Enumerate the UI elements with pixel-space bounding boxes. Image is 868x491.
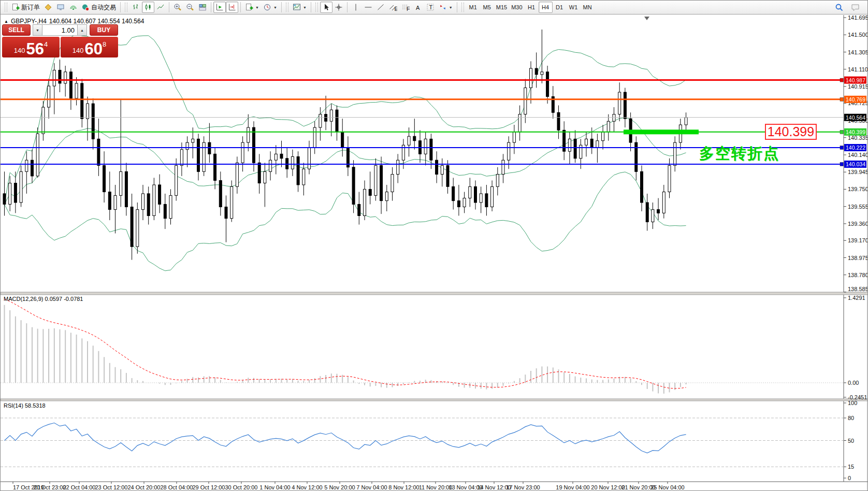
candle bbox=[280, 154, 283, 158]
candle bbox=[557, 112, 560, 130]
label-tool-button[interactable]: T bbox=[424, 2, 437, 13]
auto-scroll-icon bbox=[215, 3, 224, 11]
timeframe-w1-button[interactable]: W1 bbox=[567, 2, 581, 13]
tile-windows-button[interactable] bbox=[196, 2, 209, 13]
price-tick-label: 141.695 bbox=[848, 15, 868, 21]
candle bbox=[64, 72, 67, 83]
chart-shift-button[interactable] bbox=[226, 2, 238, 13]
candle bbox=[568, 139, 571, 151]
price-tick-label: 138.780 bbox=[848, 272, 868, 278]
toolbar-grip[interactable] bbox=[461, 3, 464, 12]
vertical-line-tool-button[interactable] bbox=[350, 2, 362, 13]
new-order-label: 新订单 bbox=[21, 3, 40, 12]
candle bbox=[230, 186, 233, 218]
price-tick-label: 139.945 bbox=[848, 169, 868, 175]
horizontal-line-tool-button[interactable] bbox=[362, 2, 374, 13]
cursor-tool-button[interactable] bbox=[320, 2, 332, 13]
signals-button[interactable] bbox=[67, 2, 79, 13]
time-tick-label: 7 Nov 04:00 bbox=[356, 484, 387, 490]
candle bbox=[535, 68, 538, 75]
trendline-tool-button[interactable] bbox=[374, 2, 387, 13]
auto-trading-icon bbox=[81, 3, 90, 11]
price-tick-label: 138.585 bbox=[848, 286, 868, 292]
tile-windows-icon bbox=[198, 3, 207, 11]
candle bbox=[291, 156, 294, 169]
candlestick-chart-button[interactable] bbox=[142, 2, 154, 13]
indicators-button[interactable]: ▼ bbox=[291, 2, 309, 13]
chat-button[interactable] bbox=[849, 2, 862, 13]
time-tick-label: 5 Nov 20:00 bbox=[324, 484, 355, 490]
candle bbox=[330, 110, 332, 121]
toolbar-grip[interactable] bbox=[286, 3, 288, 12]
timeframe-mn-button[interactable]: MN bbox=[581, 2, 595, 13]
candle bbox=[452, 186, 455, 200]
price-tick-label: 140.140 bbox=[848, 152, 868, 158]
timeframe-d1-button[interactable]: D1 bbox=[553, 2, 567, 13]
candle bbox=[463, 198, 466, 207]
candle bbox=[253, 127, 255, 163]
candle bbox=[186, 142, 189, 150]
buy-button[interactable]: BUY bbox=[90, 24, 118, 36]
candle bbox=[147, 194, 150, 216]
chart-canvas[interactable]: 141.695141.500141.305141.110140.915140.7… bbox=[1, 1, 868, 491]
bar-chart-button[interactable] bbox=[129, 2, 142, 13]
fibonacci-tool-button[interactable]: F bbox=[399, 2, 412, 13]
price-tick-label: 139.170 bbox=[848, 237, 868, 243]
price-tick-label: 139.555 bbox=[848, 204, 868, 210]
candle bbox=[618, 92, 621, 114]
sell-price-whole: 140 bbox=[14, 47, 25, 54]
panel-separator[interactable] bbox=[1, 399, 868, 401]
candle bbox=[524, 88, 527, 114]
candle bbox=[103, 165, 106, 192]
volume-input[interactable] bbox=[42, 24, 77, 36]
auto-trading-button[interactable]: 自动交易 bbox=[79, 2, 118, 13]
timeframe-m30-button[interactable]: M30 bbox=[509, 2, 524, 13]
rsi-tick-label: 100 bbox=[848, 400, 857, 406]
period-button[interactable]: ▼ bbox=[261, 2, 279, 13]
timeframe-h1-button[interactable]: H1 bbox=[525, 2, 539, 13]
collapse-arrow-icon[interactable]: ▲ bbox=[4, 19, 8, 24]
chart-profile-button[interactable] bbox=[42, 2, 54, 13]
price-level-callout[interactable]: 140.399 bbox=[765, 124, 817, 140]
candle bbox=[480, 194, 482, 203]
time-tick-label: 23 Oct 12:00 bbox=[95, 484, 128, 490]
candle bbox=[436, 160, 438, 174]
terminal-button[interactable] bbox=[54, 2, 67, 13]
zoom-out-button[interactable] bbox=[184, 2, 196, 13]
candle bbox=[258, 163, 261, 183]
level-highlight-bar[interactable] bbox=[624, 129, 699, 134]
new-chart-button[interactable]: ▼ bbox=[243, 2, 261, 13]
volume-increase-button[interactable]: ▲ bbox=[77, 24, 87, 36]
candle bbox=[313, 127, 316, 148]
text-tool-button[interactable]: A bbox=[412, 2, 424, 13]
new-order-button[interactable]: 新订单 bbox=[9, 2, 42, 13]
line-chart-button[interactable] bbox=[154, 2, 167, 13]
buy-price-button[interactable]: 140608 bbox=[61, 37, 118, 57]
crosshair-tool-button[interactable] bbox=[332, 2, 345, 13]
candle bbox=[563, 130, 566, 151]
zoom-in-button[interactable] bbox=[171, 2, 184, 13]
toolbar-grip[interactable] bbox=[5, 3, 7, 12]
timeframe-m5-button[interactable]: M5 bbox=[480, 2, 494, 13]
timeframe-m1-button[interactable]: M1 bbox=[466, 2, 480, 13]
search-button[interactable] bbox=[833, 2, 846, 13]
sell-price-button[interactable]: 140564 bbox=[2, 37, 60, 57]
timeframe-h4-button[interactable]: H4 bbox=[539, 2, 553, 13]
sell-button[interactable]: SELL bbox=[2, 24, 31, 36]
timeframe-m15-button[interactable]: M15 bbox=[494, 2, 509, 13]
rsi-tick-label: 50 bbox=[848, 438, 854, 444]
chinese-annotation[interactable]: 多空转折点 bbox=[699, 143, 779, 164]
mt4-window: 新订单 自动交易 ▼ ▼ ▼ E F A T ▼ bbox=[0, 0, 868, 491]
toolbar-grip[interactable] bbox=[125, 3, 127, 12]
candle bbox=[214, 154, 216, 180]
candle bbox=[219, 180, 222, 207]
channel-tool-button[interactable]: E bbox=[387, 2, 399, 13]
volume-decrease-button[interactable]: ▼ bbox=[33, 24, 42, 36]
auto-scroll-button[interactable] bbox=[213, 2, 226, 13]
candle bbox=[142, 194, 144, 210]
symbol-ohlc: 140.604 140.607 140.554 140.564 bbox=[49, 18, 144, 25]
panel-separator[interactable] bbox=[1, 292, 868, 295]
toolbar-grip[interactable] bbox=[315, 3, 318, 12]
arrows-tool-button[interactable]: ▼ bbox=[437, 2, 455, 13]
chat-bubble-icon bbox=[851, 3, 860, 11]
